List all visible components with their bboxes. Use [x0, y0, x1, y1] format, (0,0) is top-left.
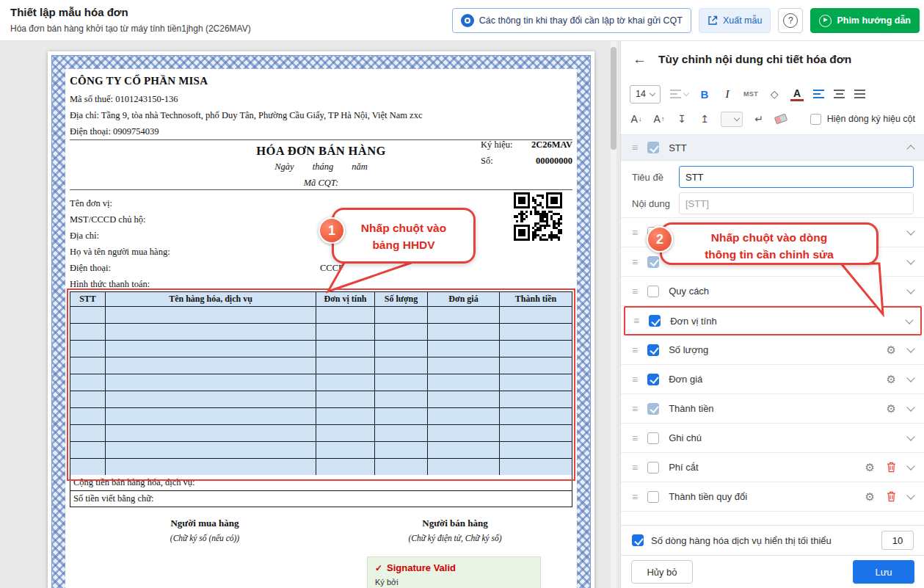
row-checkbox[interactable]	[647, 403, 659, 415]
table-empty-cell	[106, 374, 316, 391]
detail-row-partial[interactable]	[621, 512, 924, 525]
table-empty-cell	[428, 374, 500, 391]
row-label: Thành tiền quy đổi	[669, 491, 747, 502]
chevron-down-icon[interactable]	[906, 344, 914, 352]
format-toolbar-row-1: 14 B I MST ◇ A	[630, 84, 915, 104]
show-column-symbol-checkbox[interactable]: Hiện dòng ký hiệu cột	[810, 114, 915, 125]
row-checkbox[interactable]	[647, 491, 659, 503]
drag-handle-icon[interactable]: ≡	[632, 344, 638, 356]
detail-row-9[interactable]: ≡Thành tiền quy đổi⚙	[621, 482, 924, 512]
italic-button[interactable]: I	[721, 85, 734, 103]
buyer-field: Họ và tên người mua hàng:	[70, 247, 572, 258]
drag-handle-icon[interactable]: ≡	[632, 432, 638, 444]
detail-row-2[interactable]: ≡Quy cách	[621, 277, 924, 306]
buyer-field: Điện thoại: CCCD người mua:	[70, 263, 572, 274]
row-checkbox[interactable]	[647, 286, 659, 297]
fill-color-picker[interactable]	[721, 112, 743, 127]
chevron-up-icon[interactable]	[906, 145, 914, 153]
chevron-down-icon[interactable]	[906, 286, 914, 294]
detail-row-3[interactable]: ≡Đơn vị tính	[624, 306, 922, 335]
row-checkbox[interactable]	[647, 374, 659, 385]
export-template-button[interactable]: Xuất mẫu	[699, 8, 771, 33]
drag-handle-icon[interactable]: ≡	[632, 227, 638, 239]
drag-handle-icon[interactable]: ≡	[632, 462, 638, 473]
detail-row-5[interactable]: ≡Đơn giá⚙	[621, 365, 924, 394]
table-empty-cell	[428, 459, 500, 476]
row-height-decrease-icon[interactable]: ↧	[675, 110, 688, 128]
outline-shape-icon[interactable]: ◇	[768, 85, 781, 103]
invoice-preview-pane: CÔNG TY CỔ PHẦN MISA Mã số thuế: 0101243…	[0, 41, 620, 588]
table-empty-cell	[106, 307, 316, 324]
delete-icon[interactable]	[887, 491, 896, 502]
bold-button[interactable]: B	[698, 85, 711, 103]
chevron-down-icon[interactable]	[905, 316, 913, 324]
align-center-icon[interactable]	[834, 90, 845, 98]
text-color-button[interactable]: A	[790, 87, 804, 101]
detail-row-4[interactable]: ≡Số lượng⚙	[621, 335, 924, 365]
vertical-scrollbar[interactable]	[611, 41, 616, 588]
detail-row-6[interactable]: ≡Thành tiền⚙	[621, 394, 924, 424]
table-empty-cell	[106, 357, 316, 374]
mst-field-button[interactable]: MST	[743, 85, 758, 103]
drag-handle-icon[interactable]: ≡	[632, 374, 638, 385]
settings-icon[interactable]: ⚙	[887, 373, 896, 386]
cqt-info-button[interactable]: Các thông tin khi thay đổi cần lập tờ kh…	[452, 8, 691, 33]
chevron-down-icon[interactable]	[906, 227, 914, 235]
chevron-down-icon[interactable]	[906, 462, 914, 470]
row-label: Quy cách	[669, 286, 709, 297]
table-header-cell: STT	[70, 292, 106, 307]
settings-icon[interactable]: ⚙	[865, 461, 875, 474]
table-empty-cell	[70, 374, 106, 391]
table-empty-cell	[70, 341, 106, 357]
table-empty-cell	[106, 324, 316, 341]
row-checkbox[interactable]	[647, 256, 659, 268]
checkbox[interactable]	[810, 114, 821, 125]
title-input[interactable]	[679, 166, 914, 188]
drag-handle-icon[interactable]: ≡	[632, 491, 638, 503]
detail-row-7[interactable]: ≡Ghi chú	[621, 424, 924, 453]
delete-icon[interactable]	[887, 462, 896, 473]
align-justify-icon[interactable]	[854, 90, 865, 98]
drag-handle-icon[interactable]: ≡	[633, 315, 639, 327]
help-button[interactable]: ?	[778, 8, 803, 33]
wrap-text-icon[interactable]: ↵	[752, 110, 765, 128]
font-size-select[interactable]: 14	[630, 85, 661, 104]
row-height-increase-icon[interactable]: ↥	[698, 110, 711, 128]
back-arrow-icon[interactable]: ←	[633, 51, 647, 68]
clear-format-icon[interactable]	[774, 114, 787, 125]
row-label: Phí cắt	[669, 462, 698, 473]
cancel-button[interactable]: Hủy bỏ	[631, 560, 693, 584]
chevron-down-icon[interactable]	[906, 403, 914, 411]
table-empty-cell	[106, 391, 316, 408]
detail-row-8[interactable]: ≡Phí cắt⚙	[621, 453, 924, 482]
row-checkbox[interactable]	[647, 344, 659, 356]
settings-icon[interactable]: ⚙	[865, 490, 875, 504]
chevron-down-icon[interactable]	[906, 491, 914, 499]
tutorial-video-button[interactable]: Phim hướng dẫn	[810, 8, 920, 33]
chevron-down-icon[interactable]	[906, 374, 914, 382]
address-line: Địa chỉ: Tầng 9, tòa nhà Technosoft, phố…	[70, 110, 572, 121]
min-rows-input[interactable]	[881, 531, 914, 550]
settings-icon[interactable]: ⚙	[887, 344, 896, 357]
align-left-icon[interactable]	[813, 90, 824, 98]
font-size-decrease-icon[interactable]: A↓	[630, 110, 643, 128]
row-checkbox[interactable]	[647, 432, 659, 444]
chevron-down-icon[interactable]	[906, 432, 914, 440]
chevron-down-icon[interactable]	[906, 256, 914, 264]
items-table[interactable]: STTTên hàng hóa, dịch vụĐơn vị tínhSố lư…	[70, 291, 572, 476]
drag-handle-icon[interactable]: ≡	[632, 256, 638, 268]
min-rows-checkbox[interactable]	[632, 534, 644, 546]
save-button[interactable]: Lưu	[853, 560, 914, 584]
stt-checkbox[interactable]	[647, 142, 659, 153]
drag-handle-icon[interactable]: ≡	[632, 286, 638, 297]
settings-icon[interactable]: ⚙	[887, 402, 896, 415]
stt-section-header[interactable]: ≡ STT	[621, 134, 924, 161]
row-checkbox[interactable]	[647, 462, 659, 473]
paragraph-align-dropdown[interactable]	[670, 85, 688, 103]
row-checkbox[interactable]	[649, 315, 661, 327]
font-size-increase-icon[interactable]: A↑	[652, 110, 666, 128]
eye-icon	[461, 14, 474, 27]
drag-handle-icon[interactable]: ≡	[632, 142, 638, 153]
drag-handle-icon[interactable]: ≡	[632, 403, 638, 415]
scrollbar-thumb[interactable]	[611, 47, 616, 150]
